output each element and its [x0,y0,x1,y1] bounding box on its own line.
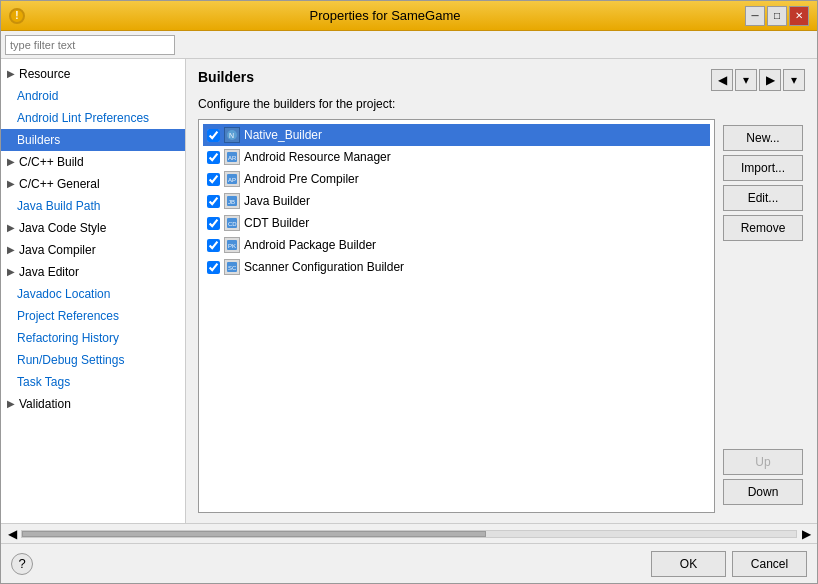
expand-arrow: ▶ [7,263,15,281]
sidebar-item-resource[interactable]: ▶ Resource [1,63,185,85]
panel-title: Builders [198,69,254,85]
minimize-button[interactable]: ─ [745,6,765,26]
expand-arrow: ▶ [7,395,15,413]
expand-arrow: ▶ [7,175,15,193]
builder-checkbox-native[interactable] [207,129,220,142]
content-area: ▶ Resource Android Android Lint Preferen… [1,59,817,523]
scroll-left-button[interactable]: ◀ [3,527,21,541]
builder-label-native: Native_Builder [244,128,322,142]
builder-item-android-resource[interactable]: AR Android Resource Manager [203,146,710,168]
main-panel: Builders ◀ ▾ ▶ ▾ Configure the builders … [186,59,817,523]
sidebar-item-project-references[interactable]: Project References [1,305,185,327]
sidebar-item-label: Builders [17,133,60,147]
builder-checkbox-cdt-builder[interactable] [207,217,220,230]
builder-icon-cdt-builder: CD [224,215,240,231]
builder-icon-scanner-config: SC [224,259,240,275]
scroll-track[interactable] [21,530,797,538]
builder-checkbox-scanner-config[interactable] [207,261,220,274]
down-button[interactable]: Down [723,479,803,505]
builder-item-android-package[interactable]: PK Android Package Builder [203,234,710,256]
bottom-right: OK Cancel [651,551,807,577]
main-window: ! Properties for SameGame ─ □ ✕ ▶ Resour… [0,0,818,584]
sidebar-item-validation[interactable]: ▶ Validation [1,393,185,415]
builder-icon-android-package: PK [224,237,240,253]
sidebar-item-label: Validation [19,395,71,413]
window-icon: ! [9,8,25,24]
builders-area: N Native_Builder AR Android Resource Man… [198,119,805,513]
sidebar-item-javadoc-location[interactable]: Javadoc Location [1,283,185,305]
search-input[interactable] [5,35,175,55]
sidebar-item-android[interactable]: Android [1,85,185,107]
builders-container: N Native_Builder AR Android Resource Man… [198,119,715,513]
scroll-right-button[interactable]: ▶ [797,527,815,541]
builder-item-native[interactable]: N Native_Builder [203,124,710,146]
builder-label-android-package: Android Package Builder [244,238,376,252]
svg-text:JB: JB [228,199,235,205]
sidebar-item-java-compiler[interactable]: ▶ Java Compiler [1,239,185,261]
new-button[interactable]: New... [723,125,803,151]
expand-arrow: ▶ [7,241,15,259]
builder-label-cdt-builder: CDT Builder [244,216,309,230]
back-button[interactable]: ◀ [711,69,733,91]
panel-description: Configure the builders for the project: [198,97,805,111]
scroll-thumb[interactable] [22,531,486,537]
svg-text:N: N [229,132,234,139]
up-button[interactable]: Up [723,449,803,475]
ok-button[interactable]: OK [651,551,726,577]
remove-button[interactable]: Remove [723,215,803,241]
sidebar-item-cpp-general[interactable]: ▶ C/C++ General [1,173,185,195]
edit-button[interactable]: Edit... [723,185,803,211]
builders-list: N Native_Builder AR Android Resource Man… [198,119,715,513]
right-panel: New... Import... Edit... Remove Up Down [715,119,805,513]
sidebar-item-label: Resource [19,65,70,83]
expand-arrow: ▶ [7,219,15,237]
sidebar-item-label: Project References [17,309,119,323]
builder-label-scanner-config: Scanner Configuration Builder [244,260,404,274]
builder-item-android-pre-compiler[interactable]: AP Android Pre Compiler [203,168,710,190]
sidebar-item-label: Java Build Path [17,199,100,213]
builder-checkbox-java-builder[interactable] [207,195,220,208]
import-button[interactable]: Import... [723,155,803,181]
sidebar-item-label: Refactoring History [17,331,119,345]
back-dropdown-button[interactable]: ▾ [735,69,757,91]
sidebar-item-label: Java Editor [19,263,79,281]
sidebar-scrollbar[interactable]: ◀ ▶ [1,523,817,543]
bottom-bar: ? OK Cancel [1,543,817,583]
builder-label-android-resource: Android Resource Manager [244,150,391,164]
sidebar-item-android-lint[interactable]: Android Lint Preferences [1,107,185,129]
toolbar [1,31,817,59]
forward-dropdown-button[interactable]: ▾ [783,69,805,91]
svg-text:AR: AR [228,155,237,161]
expand-arrow: ▶ [7,65,15,83]
builder-item-cdt-builder[interactable]: CD CDT Builder [203,212,710,234]
svg-text:CD: CD [228,221,237,227]
builder-checkbox-android-resource[interactable] [207,151,220,164]
sidebar-item-run-debug-settings[interactable]: Run/Debug Settings [1,349,185,371]
builder-label-java-builder: Java Builder [244,194,310,208]
sidebar-item-task-tags[interactable]: Task Tags [1,371,185,393]
maximize-button[interactable]: □ [767,6,787,26]
sidebar-item-java-build-path[interactable]: Java Build Path [1,195,185,217]
sidebar-item-label: Run/Debug Settings [17,353,124,367]
sidebar-item-builders[interactable]: Builders [1,129,185,151]
builder-icon-android-resource: AR [224,149,240,165]
expand-arrow: ▶ [7,153,15,171]
sidebar-item-java-editor[interactable]: ▶ Java Editor [1,261,185,283]
forward-button[interactable]: ▶ [759,69,781,91]
sidebar-item-cpp-build[interactable]: ▶ C/C++ Build [1,151,185,173]
cancel-button[interactable]: Cancel [732,551,807,577]
close-button[interactable]: ✕ [789,6,809,26]
help-button[interactable]: ? [11,553,33,575]
builder-checkbox-android-package[interactable] [207,239,220,252]
sidebar-item-refactoring-history[interactable]: Refactoring History [1,327,185,349]
builder-item-java-builder[interactable]: JB Java Builder [203,190,710,212]
bottom-left: ? [11,553,33,575]
builder-item-scanner-config[interactable]: SC Scanner Configuration Builder [203,256,710,278]
sidebar-item-java-code-style[interactable]: ▶ Java Code Style [1,217,185,239]
sidebar-item-label: Android [17,89,58,103]
builder-label-android-pre-compiler: Android Pre Compiler [244,172,359,186]
builder-icon-java-builder: JB [224,193,240,209]
sidebar-item-label: C/C++ General [19,175,100,193]
title-bar: ! Properties for SameGame ─ □ ✕ [1,1,817,31]
builder-checkbox-android-pre-compiler[interactable] [207,173,220,186]
